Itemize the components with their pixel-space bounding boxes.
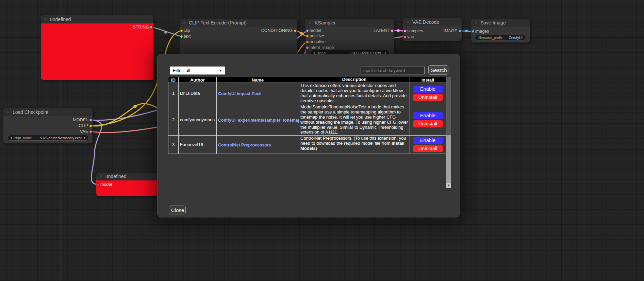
- cell-id: 3: [168, 136, 179, 154]
- ckpt-name-label: ckpt_name: [14, 136, 32, 140]
- node-header[interactable]: undefined: [96, 173, 160, 180]
- node-title: undefined: [105, 174, 127, 179]
- node-collapse-dot-icon[interactable]: [474, 21, 478, 24]
- column-header-install: Install: [410, 77, 446, 83]
- output-dot-clip[interactable]: [89, 124, 92, 127]
- node-header[interactable]: KSampler: [306, 19, 394, 27]
- output-label-image: IMAGE: [444, 29, 457, 33]
- output-dot-model[interactable]: [89, 119, 92, 122]
- output-dot-latent[interactable]: [391, 29, 394, 32]
- input-dot-negative[interactable]: [306, 40, 309, 43]
- input-label-samples: samples: [407, 29, 423, 33]
- node-header[interactable]: Load Checkpoint: [3, 108, 93, 116]
- missing-node-body: [41, 23, 153, 80]
- input-dot-model[interactable]: [306, 29, 309, 32]
- node-collapse-dot-icon[interactable]: [406, 20, 410, 24]
- column-header-name: Name: [217, 77, 299, 83]
- widget-increment-icon[interactable]: ▶: [84, 137, 86, 139]
- input-dot-images[interactable]: [472, 30, 475, 33]
- input-dot-positive[interactable]: [306, 35, 309, 38]
- node-title: undefined: [50, 17, 71, 22]
- extension-link[interactable]: ComfyUI Impact Pack: [218, 91, 262, 96]
- node-header[interactable]: VAE Decode: [403, 18, 462, 26]
- output-label-string: STRING: [133, 25, 149, 30]
- close-button[interactable]: Close: [169, 206, 186, 214]
- extensions-table: ID Author Name Description Install 1 Dr.…: [168, 77, 446, 154]
- cell-author: Fannovel16: [179, 136, 217, 154]
- column-header-id: ID: [168, 77, 179, 83]
- search-input[interactable]: [361, 67, 425, 74]
- link-dot: [164, 31, 167, 34]
- node-vae-decode[interactable]: VAE Decode samples vae IMAGE: [403, 18, 462, 41]
- output-label-model: MODEL: [73, 118, 88, 122]
- uninstall-button[interactable]: Uninstall: [413, 145, 443, 152]
- node-title: Load Checkpoint: [13, 109, 48, 115]
- filter-dropdown[interactable]: Filter: all ▼: [170, 66, 225, 75]
- node-save-image[interactable]: Save Image images filename_prefix ComfyU…: [471, 19, 530, 42]
- input-label-latent-image: latent_image: [310, 45, 334, 50]
- scrollbar-thumb[interactable]: [446, 77, 451, 135]
- output-label-latent: LATENT: [374, 28, 390, 33]
- enable-button[interactable]: Enable: [413, 86, 443, 93]
- dropdown-caret-icon: ▼: [219, 69, 222, 72]
- link-dot: [397, 29, 400, 32]
- node-collapse-dot-icon[interactable]: [6, 110, 10, 114]
- input-dot-clip[interactable]: [180, 29, 183, 32]
- cell-id: 2: [168, 104, 179, 136]
- node-undefined-bottom[interactable]: undefined model: [96, 173, 160, 196]
- ckpt-name-value: v1-5-pruned-emaonly.ckpt: [40, 136, 82, 140]
- filename-prefix-widget[interactable]: filename_prefix ComfyUI: [475, 35, 526, 40]
- node-title: VAE Decode: [412, 19, 439, 25]
- uninstall-button[interactable]: Uninstall: [413, 94, 443, 101]
- input-dot-text[interactable]: [180, 35, 183, 38]
- node-header[interactable]: Save Image: [471, 19, 530, 27]
- node-header[interactable]: undefined: [41, 15, 153, 23]
- node-collapse-dot-icon[interactable]: [309, 21, 312, 24]
- input-dot-vae[interactable]: [403, 35, 407, 38]
- table-scrollbar[interactable]: ▼: [446, 77, 451, 188]
- enable-button[interactable]: Enable: [413, 112, 443, 119]
- output-dot-string[interactable]: [150, 26, 153, 29]
- input-label-positive: positive: [310, 34, 324, 38]
- uninstall-button[interactable]: Uninstall: [413, 120, 443, 127]
- node-title: Save Image: [480, 20, 506, 25]
- filter-dropdown-value: Filter: all: [173, 68, 190, 73]
- node-collapse-dot-icon[interactable]: [99, 175, 103, 178]
- cell-author: comfyanonymous: [179, 104, 217, 136]
- input-dot-samples[interactable]: [403, 30, 407, 33]
- ckpt-name-widget[interactable]: ◀ ckpt_name v1-5-pruned-emaonly.ckpt ▶: [7, 135, 89, 141]
- cell-description: ModelSamplerTonemapNoiseTest a node that…: [299, 104, 410, 136]
- node-collapse-dot-icon[interactable]: [183, 21, 186, 24]
- enable-button[interactable]: Enable: [413, 137, 443, 144]
- node-collapse-dot-icon[interactable]: [44, 18, 47, 21]
- widget-decrement-icon[interactable]: ◀: [10, 137, 12, 139]
- node-undefined-top[interactable]: undefined STRING: [41, 15, 153, 80]
- custom-nodes-manager-dialog: Filter: all ▼ Search ID Author Name Desc…: [157, 54, 460, 217]
- output-dot-vae[interactable]: [89, 130, 92, 133]
- extension-link[interactable]: ComfyUI_experiments/sampler_tonemap: [218, 118, 299, 123]
- output-label-conditioning: CONDITIONING: [261, 28, 293, 33]
- table-row: 1 Dr.Lt.Data ComfyUI Impact Pack This ex…: [168, 83, 446, 104]
- table-row: 3 Fannovel16 ControlNet Preprocessors Co…: [168, 136, 446, 154]
- output-dot-image[interactable]: [458, 30, 461, 33]
- cell-author: Dr.Lt.Data: [179, 83, 217, 104]
- wire-conditioning-to-positive: [295, 31, 307, 36]
- filename-prefix-label: filename_prefix: [478, 36, 502, 40]
- wire-string-to-text: [152, 27, 181, 36]
- input-dot-model[interactable]: [97, 183, 100, 186]
- scroll-down-icon[interactable]: ▼: [446, 183, 451, 188]
- input-label-model: model: [310, 28, 321, 33]
- output-dot-conditioning[interactable]: [294, 29, 297, 32]
- extension-link[interactable]: ControlNet Preprocessors: [218, 143, 271, 147]
- search-button[interactable]: Search: [428, 65, 448, 75]
- link-dot: [465, 30, 468, 32]
- node-ksampler[interactable]: KSampler model positive negative latent_…: [306, 19, 394, 58]
- input-dot-latent-image[interactable]: [306, 46, 309, 49]
- node-clip-text-encode[interactable]: CLIP Text Encode (Prompt) clip text COND…: [180, 19, 297, 56]
- cell-description: ControlNet Preprocessors. (To use this e…: [299, 136, 410, 154]
- column-header-description: Description: [299, 77, 410, 83]
- node-load-checkpoint[interactable]: Load Checkpoint MODEL CLIP VAE ◀ ckpt_na…: [3, 108, 93, 143]
- node-title: KSampler: [315, 20, 335, 25]
- node-canvas[interactable]: undefined STRING CLIP Text Encode (Promp…: [0, 0, 644, 281]
- node-header[interactable]: CLIP Text Encode (Prompt): [180, 19, 297, 27]
